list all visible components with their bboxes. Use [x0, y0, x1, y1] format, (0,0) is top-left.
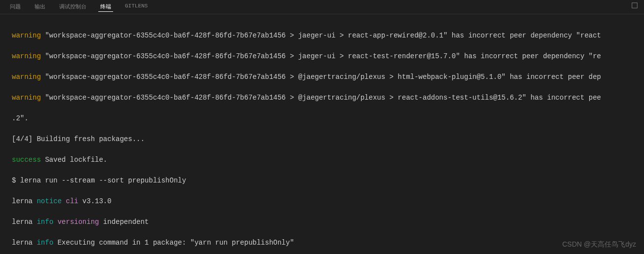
terminal-text: "workspace-aggregator-6355c4c0-ba6f-428f… — [41, 94, 601, 102]
warning-label: warning — [12, 73, 41, 81]
terminal-text: v3.13.0 — [78, 197, 111, 205]
maximize-panel-icon[interactable] — [631, 2, 638, 10]
terminal-text: Executing command in 1 package: "yarn ru… — [53, 239, 294, 247]
tab-problems[interactable]: 问题 — [8, 2, 23, 12]
terminal-text: versioning — [53, 218, 99, 226]
terminal-text: cli — [62, 197, 79, 205]
terminal-text: independent — [99, 218, 149, 226]
terminal-text: lerna — [12, 197, 37, 205]
terminal-text: Saved lockfile. — [41, 156, 107, 164]
tab-gitlens[interactable]: GITLENS — [123, 2, 150, 12]
terminal-text: .2". — [12, 114, 29, 122]
warning-label: warning — [12, 32, 41, 39]
terminal-text: "workspace-aggregator-6355c4c0-ba6f-428f… — [41, 73, 601, 81]
terminal-output[interactable]: warning "workspace-aggregator-6355c4c0-b… — [0, 14, 644, 254]
info-label: info — [37, 239, 53, 247]
terminal-tabs: 问题 输出 调试控制台 终端 GITLENS — [0, 0, 644, 14]
tab-output[interactable]: 输出 — [33, 2, 47, 12]
terminal-text: "workspace-aggregator-6355c4c0-ba6f-428f… — [41, 52, 601, 60]
tab-debug[interactable]: 调试控制台 — [57, 2, 88, 12]
info-label: info — [37, 218, 53, 226]
warning-label: warning — [12, 52, 41, 60]
svg-rect-0 — [632, 3, 638, 8]
notice-label: notice — [37, 197, 61, 205]
terminal-text: "workspace-aggregator-6355c4c0-ba6f-428f… — [41, 32, 601, 39]
watermark-text: CSDN @天高任鸟飞dyz — [562, 240, 636, 249]
warning-label: warning — [12, 94, 41, 102]
tab-terminal[interactable]: 终端 — [98, 2, 113, 12]
success-label: success — [12, 156, 41, 164]
terminal-text: [4/4] Building fresh packages... — [12, 135, 145, 143]
terminal-text: lerna — [12, 218, 37, 226]
terminal-text: lerna — [12, 239, 37, 247]
terminal-text: $ lerna run --stream --sort prepublishOn… — [12, 177, 186, 184]
